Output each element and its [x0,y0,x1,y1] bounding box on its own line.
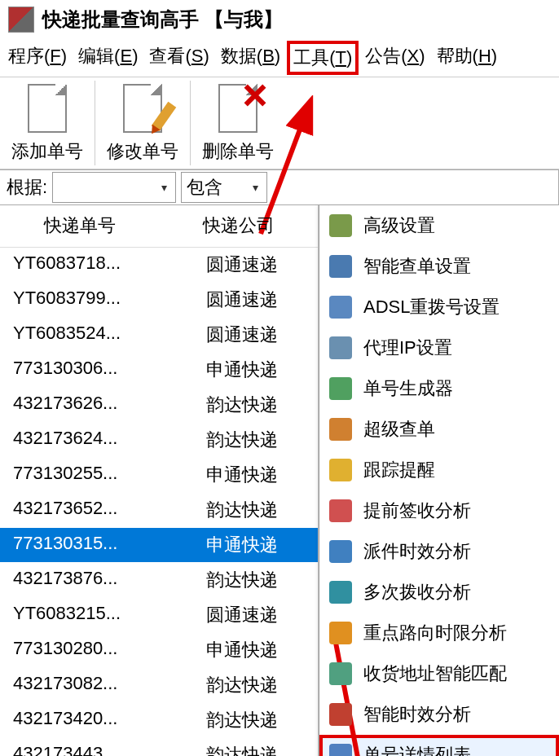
menu-item-label: 单号生成器 [363,376,453,401]
menu-item-单号生成器[interactable]: 单号生成器 [319,368,559,409]
filter-op-select[interactable]: 包含▾ [181,172,267,203]
menu-item-超级查单[interactable]: 超级查单 [319,409,559,450]
table-row[interactable]: 432173082...韵达快递 [0,668,318,703]
menu-item-代理IP设置[interactable]: 代理IP设置 [319,327,559,368]
menu-item-重点路向时限分析[interactable]: 重点路向时限分析 [319,613,559,653]
tools-dropdown-menu: 高级设置智能查单设置ADSL重拨号设置代理IP设置单号生成器超级查单跟踪提醒提前… [319,205,559,756]
cell-company: 圆通速递 [159,248,318,283]
cell-tracking-no: 773130255... [0,458,159,493]
cell-tracking-no: 773130315... [0,528,159,563]
toolbar-label: 删除单号 [202,139,274,164]
cell-tracking-no: YT6083215... [0,598,159,633]
menu-item-智能时效分析[interactable]: 智能时效分析 [319,694,559,735]
toolbar: 添加单号 修改单号 删除单号 [0,77,559,169]
menu-item-跟踪提醒[interactable]: 跟踪提醒 [319,450,559,490]
chevron-down-icon: ▾ [152,181,175,194]
cell-tracking-no: 432173624... [0,423,159,458]
menu-item-label: 派件时效分析 [363,539,471,564]
table-row[interactable]: 432173624...韵达快递 [0,423,318,458]
app-title: 快递批量查询高手 【与我】 [42,7,283,33]
filter-bar: 根据: ▾ 包含▾ [0,169,559,205]
menu-item-label: 智能时效分析 [363,702,471,727]
menu-item-icon [329,622,352,644]
table-row[interactable]: YT6083718...圆通速递 [0,248,318,283]
app-icon [8,7,34,33]
cell-tracking-no: YT6083718... [0,248,159,283]
cell-tracking-no: 432173082... [0,668,159,703]
toolbar-edit-button[interactable]: 修改单号 [95,81,190,165]
menu-item-label: 多次拨收分析 [363,580,471,604]
table-row[interactable]: 773130280...申通快递 [0,633,318,668]
table-row[interactable]: 432173652...韵达快递 [0,493,318,528]
cell-tracking-no: YT6083524... [0,318,159,353]
table-row[interactable]: 432173876...韵达快递 [0,563,318,598]
menu-item-icon [329,377,352,400]
cell-company: 韵达快递 [159,703,318,738]
menu-帮助[interactable]: 帮助(H) [432,41,503,75]
menu-item-icon [329,499,352,522]
col-company[interactable]: 快递公司 [159,205,318,247]
menu-item-label: 代理IP设置 [363,336,452,360]
menu-item-收货地址智能匹配[interactable]: 收货地址智能匹配 [319,653,559,694]
cell-company: 韵达快递 [159,563,318,598]
menu-item-单号详情列表[interactable]: 单号详情列表 [319,735,559,756]
toolbar-delete-button[interactable]: 删除单号 [190,81,285,165]
cell-tracking-no: YT6083799... [0,283,159,318]
menu-查看[interactable]: 查看(S) [144,41,213,75]
toolbar-add-button[interactable]: 添加单号 [0,81,95,165]
menu-item-高级设置[interactable]: 高级设置 [319,205,559,246]
menu-item-智能查单设置[interactable]: 智能查单设置 [319,246,559,287]
toolbar-label: 修改单号 [107,139,178,164]
menu-item-label: 提前签收分析 [363,499,471,523]
menu-item-派件时效分析[interactable]: 派件时效分析 [319,531,559,572]
menu-item-label: 收货地址智能匹配 [363,662,507,686]
table-row[interactable]: 432173626...韵达快递 [0,388,318,423]
cell-company: 申通快递 [159,528,318,563]
menu-item-icon [329,662,352,685]
table-row[interactable]: 773130255...申通快递 [0,458,318,493]
cell-tracking-no: 432173420... [0,703,159,738]
cell-tracking-no: 432173626... [0,388,159,423]
menu-item-icon [329,744,352,756]
table-row[interactable]: 432173420...韵达快递 [0,703,318,738]
table-row[interactable]: 773130315...申通快递 [0,528,318,563]
cell-tracking-no: 432173876... [0,563,159,598]
menu-数据[interactable]: 数据(B) [216,41,285,75]
chevron-down-icon: ▾ [244,181,266,194]
menu-item-icon [329,336,352,359]
cell-tracking-no: 773130280... [0,633,159,668]
cell-tracking-no: 773130306... [0,353,159,388]
menu-编辑[interactable]: 编辑(E) [73,41,143,75]
cell-tracking-no: 432173652... [0,493,159,528]
cell-company: 韵达快递 [159,493,318,528]
table-row[interactable]: YT6083799...圆通速递 [0,283,318,318]
menu-程序[interactable]: 程序(F) [3,41,72,75]
menu-item-label: 超级查单 [363,417,435,442]
table-header: 快递单号 快递公司 [0,205,318,248]
table-row[interactable]: 432173443...韵达快递 [0,738,318,756]
menu-item-提前签收分析[interactable]: 提前签收分析 [319,490,559,531]
col-tracking-no[interactable]: 快递单号 [0,205,159,247]
table-row[interactable]: YT6083215...圆通速递 [0,598,318,633]
filter-label: 根据: [2,175,52,200]
menu-item-label: 智能查单设置 [363,254,471,279]
menu-公告[interactable]: 公告(X) [360,41,429,75]
cell-company: 韵达快递 [159,423,318,458]
menu-item-label: 重点路向时限分析 [363,621,507,645]
cell-company: 圆通速递 [159,598,318,633]
titlebar: 快递批量查询高手 【与我】 [0,0,559,39]
filter-field-select[interactable]: ▾ [52,172,176,203]
menu-item-icon [329,214,352,237]
menu-item-ADSL重拨号设置[interactable]: ADSL重拨号设置 [319,287,559,327]
menu-item-多次拨收分析[interactable]: 多次拨收分析 [319,572,559,613]
cell-company: 申通快递 [159,458,318,493]
menu-item-label: ADSL重拨号设置 [363,295,500,319]
menu-item-icon [329,540,352,563]
table-row[interactable]: YT6083524...圆通速递 [0,318,318,353]
menu-item-label: 跟踪提醒 [363,458,435,482]
table-row[interactable]: 773130306...申通快递 [0,353,318,388]
cell-company: 申通快递 [159,353,318,388]
toolbar-label: 添加单号 [11,139,83,164]
menu-item-label: 单号详情列表 [363,743,471,756]
menu-工具[interactable]: 工具(T) [287,41,359,75]
